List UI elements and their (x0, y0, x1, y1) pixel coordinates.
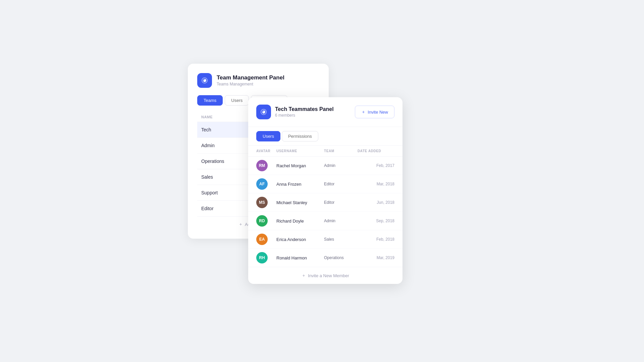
user-date-6: Mar, 2019 (358, 255, 394, 260)
invite-button-label: Invite New (368, 110, 388, 115)
panel-logo (197, 73, 212, 88)
users-table: AVATAR USERNAME TEAM DATE ADDED RM Rache… (248, 146, 402, 267)
user-date-4: Sep, 2018 (358, 219, 394, 223)
plus-icon: ＋ (238, 221, 243, 227)
user-date-2: Mar, 2018 (358, 182, 394, 186)
tech-panel-title: Tech Teammates Panel (275, 106, 334, 112)
user-team-1: Admin (324, 163, 358, 168)
invite-new-button[interactable]: ＋ Invite New (355, 106, 394, 118)
col-date-header: DATE ADDED (358, 149, 394, 153)
user-row-4[interactable]: RD Richard Doyle Admin Sep, 2018 (248, 212, 402, 230)
panel-title-block: Team Management Panel Teams Management (217, 74, 284, 86)
user-row-2[interactable]: AF Anna Frozen Editor Mar, 2018 (248, 175, 402, 193)
user-team-2: Editor (324, 182, 358, 186)
col-username-header: USERNAME (276, 149, 324, 153)
user-team-3: Editor (324, 200, 358, 205)
user-avatar-3: MS (256, 197, 268, 208)
user-date-3: Jun, 2018 (358, 200, 394, 205)
tab-teams[interactable]: Teams (197, 95, 223, 106)
tab-users[interactable]: Users (225, 95, 249, 106)
plus-icon: ＋ (361, 109, 366, 115)
user-row-3[interactable]: MS Michael Stanley Editor Jun, 2018 (248, 193, 402, 212)
tech-panel-tabs: Users Permissions (248, 127, 402, 146)
user-name-6: Ronald Harmon (276, 255, 324, 260)
user-name-3: Michael Stanley (276, 200, 324, 205)
user-row-5[interactable]: EA Erica Anderson Sales Feb, 2018 (248, 230, 402, 249)
user-team-5: Sales (324, 237, 358, 242)
tech-tab-users[interactable]: Users (256, 131, 280, 141)
tech-panel-text: Tech Teammates Panel 6 members (275, 106, 334, 118)
plus-icon-member: ＋ (302, 273, 306, 279)
tech-panel-info: Tech Teammates Panel 6 members (256, 105, 355, 119)
user-avatar-4: RD (256, 215, 268, 227)
user-name-5: Erica Anderson (276, 237, 324, 242)
user-row-6[interactable]: RH Ronald Harmon Operations Mar, 2019 (248, 249, 402, 267)
tech-panel-header: Tech Teammates Panel 6 members ＋ Invite … (248, 97, 402, 127)
col-team-header: TEAM (324, 149, 358, 153)
user-name-4: Richard Doyle (276, 219, 324, 224)
tech-teammates-panel: Tech Teammates Panel 6 members ＋ Invite … (248, 97, 402, 284)
invite-member-label: Invite a New Member (308, 273, 349, 278)
user-date-1: Feb, 2017 (358, 163, 394, 168)
col-avatar-header: AVATAR (256, 149, 276, 153)
tech-panel-logo (256, 105, 271, 119)
user-avatar-6: RH (256, 252, 268, 263)
user-name-1: Rachel Morgan (276, 163, 324, 168)
tech-panel-member-count: 6 members (275, 113, 334, 118)
user-avatar-2: AF (256, 178, 268, 190)
users-table-header: AVATAR USERNAME TEAM DATE ADDED (248, 146, 402, 157)
invite-member-row[interactable]: ＋ Invite a New Member (248, 267, 402, 284)
panel-subtitle: Teams Management (217, 82, 284, 86)
user-row-1[interactable]: RM Rachel Morgan Admin Feb, 2017 (248, 157, 402, 175)
panel-header: Team Management Panel Teams Management (197, 73, 319, 88)
user-avatar-5: EA (256, 234, 268, 245)
user-team-4: Admin (324, 219, 358, 223)
user-avatar-1: RM (256, 160, 268, 171)
user-date-5: Feb, 2018 (358, 237, 394, 242)
tech-tab-permissions[interactable]: Permissions (282, 131, 318, 141)
panel-title: Team Management Panel (217, 74, 284, 81)
user-team-6: Operations (324, 255, 358, 260)
user-name-2: Anna Frozen (276, 182, 324, 187)
